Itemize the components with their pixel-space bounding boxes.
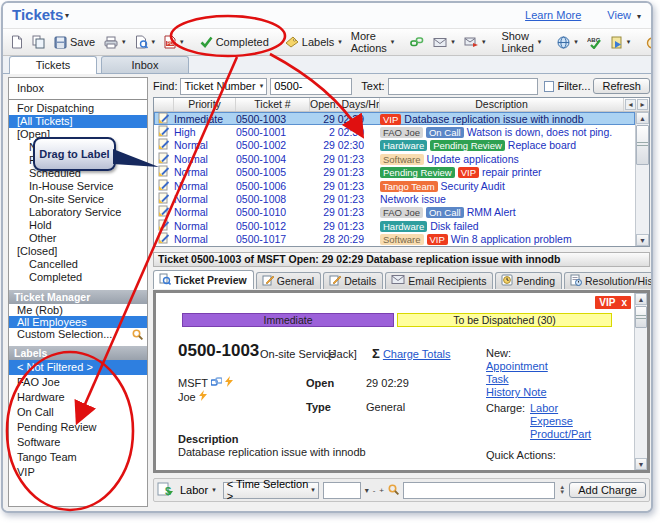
export-button[interactable]: ▾ (606, 34, 635, 51)
detail-tab-details[interactable]: Details (323, 272, 383, 289)
email-button[interactable]: ▾ (429, 35, 459, 50)
sidebar-item-in-house-service[interactable]: In-House Service (9, 180, 147, 193)
table-row[interactable]: Normal0500-100829 01:23Network issue (154, 192, 635, 205)
quantity-stepper[interactable]: ▲▼ (559, 485, 565, 495)
label-item-pending-review[interactable]: Pending Review (9, 420, 147, 435)
learn-more-link[interactable]: Learn More (525, 9, 581, 21)
column-header-ticket[interactable]: Ticket # (236, 98, 310, 111)
table-row[interactable]: Normal0500-101229 01:23HardwareDisk fail… (154, 219, 635, 232)
column-header-open-days-hrs[interactable]: Open: Days/Hrs (310, 98, 380, 111)
sidebar-item-custom-selection[interactable]: Custom Selection... (9, 328, 147, 340)
sidebar-item-hold[interactable]: Hold (9, 219, 147, 232)
label-item-hardware[interactable]: Hardware (9, 390, 147, 405)
copy-button[interactable] (28, 33, 49, 51)
table-row[interactable]: Normal0500-100629 01:23Tango TeamSecurit… (154, 179, 635, 192)
label-item-vip[interactable]: VIP (9, 465, 147, 480)
table-row[interactable]: Normal0500-100429 01:23SoftwareUpdate ap… (154, 152, 635, 165)
tab-inbox[interactable]: Inbox (101, 56, 189, 73)
find-number-input[interactable] (270, 78, 352, 95)
title-caret-icon[interactable]: ▾ (65, 11, 69, 20)
label-item-tango-team[interactable]: Tango Team (9, 450, 147, 465)
charge-labor-link[interactable]: Labor (530, 402, 591, 415)
new-ticket-button[interactable] (7, 33, 27, 51)
sidebar-item-completed[interactable]: Completed (9, 271, 147, 284)
show-linked-button[interactable]: Show Linked▾ (497, 28, 545, 56)
detail-tab-email-recipients[interactable]: Email Recipients (385, 272, 493, 289)
time-selection-dropdown[interactable]: < Time Selection >▾ (223, 482, 319, 499)
print-preview-button[interactable]: ▾ (131, 33, 160, 51)
sidebar-item-cancelled[interactable]: Cancelled (9, 258, 147, 271)
search-icon[interactable] (132, 329, 143, 342)
detail-tab-resolution-history[interactable]: Resolution/History (564, 272, 653, 289)
scrollbar-thumb[interactable] (636, 125, 649, 165)
lightning-icon[interactable] (225, 377, 233, 389)
view-menu[interactable]: View▾ (607, 9, 641, 21)
caret-icon[interactable]: ▾ (365, 486, 369, 495)
new-history-note-link[interactable]: History Note (486, 386, 548, 399)
new-task-link[interactable]: Task (486, 373, 548, 386)
account-link-icon[interactable] (211, 377, 222, 389)
scroll-down-button[interactable]: ▼ (636, 234, 649, 246)
sidebar-item-other[interactable]: Other (9, 232, 147, 245)
sidebar-item-closed[interactable]: [Closed] (9, 245, 147, 258)
search-icon[interactable] (388, 484, 399, 497)
detail-tab-general[interactable]: General (256, 272, 321, 289)
hours-input[interactable] (323, 482, 361, 499)
scroll-right-button[interactable]: ▸ (637, 99, 648, 110)
label-item-not-filtered[interactable]: < Not Filtered > (9, 360, 147, 375)
sidebar-item-me-rob[interactable]: Me (Rob) (9, 304, 147, 316)
sidebar-item-laboratory-service[interactable]: Laboratory Service (9, 206, 147, 219)
detail-tab-pending[interactable]: Pending (495, 272, 562, 289)
remove-label-button[interactable]: x (621, 297, 627, 308)
more-actions-button[interactable]: More Actions▾ (347, 28, 399, 56)
sidebar-item-all-tickets[interactable]: [All Tickets] (9, 115, 147, 128)
lightning-icon[interactable] (199, 391, 207, 403)
find-field-selector[interactable]: Ticket Number▾ (180, 78, 267, 95)
link-records-button[interactable] (406, 34, 428, 50)
spellcheck-button[interactable]: ABC (583, 34, 605, 51)
plus-stepper[interactable]: + (379, 486, 384, 495)
scroll-up-button[interactable]: ▲ (635, 293, 647, 305)
label-item-on-call[interactable]: On Call (9, 405, 147, 420)
table-row[interactable]: Normal0500-100229 02:30HardwarePending R… (154, 139, 635, 152)
refresh-button[interactable]: Refresh (593, 78, 650, 94)
scroll-left-button[interactable]: ◂ (625, 99, 636, 110)
table-row[interactable]: Normal0500-100529 01:23Pending ReviewVIP… (154, 166, 635, 179)
timer-button[interactable] (642, 34, 653, 51)
charge-links: LaborExpenseProduct/Part (530, 402, 591, 441)
scrollbar-thumb[interactable] (635, 306, 647, 328)
labels-button[interactable]: Labels▾ (281, 34, 346, 50)
sidebar-item-inbox[interactable]: Inbox (9, 81, 147, 96)
table-row[interactable]: Normal0500-101728 20:29SoftwareVIPWin 8 … (154, 233, 635, 246)
sidebar-item-on-site-service[interactable]: On-site Service (9, 193, 147, 206)
charge-expense-link[interactable]: Expense (530, 415, 591, 428)
add-charge-button[interactable]: Add Charge (569, 482, 646, 498)
sidebar-item-all-employees[interactable]: All Employees (9, 316, 147, 328)
email-out-button[interactable]: ▾ (460, 34, 490, 50)
charge-category-dropdown[interactable]: Labor▾ (177, 482, 219, 499)
filter-checkbox[interactable] (544, 81, 555, 92)
sidebar-item-for-dispatching[interactable]: For Dispatching (9, 102, 147, 115)
table-row[interactable]: High0500-10012 02:30FAO JoeOn CallWatson… (154, 125, 635, 138)
tab-tickets[interactable]: Tickets (9, 56, 97, 74)
charge-description-input[interactable] (403, 482, 555, 499)
scroll-up-button[interactable]: ▲ (636, 112, 649, 124)
print-button[interactable]: ▾ (100, 34, 130, 51)
scroll-down-button[interactable]: ▼ (635, 458, 647, 470)
web-button[interactable]: ▾ (553, 34, 582, 51)
completed-button[interactable]: Completed (196, 34, 273, 50)
column-header-priority[interactable]: Priority (174, 98, 236, 111)
charge-product-part-link[interactable]: Product/Part (530, 428, 591, 441)
column-header-description[interactable]: Description (380, 98, 624, 111)
pdf-button[interactable]: PDF▾ (160, 33, 188, 51)
find-text-input[interactable] (388, 78, 538, 95)
new-appointment-link[interactable]: Appointment (486, 360, 548, 373)
label-item-software[interactable]: Software (9, 435, 147, 450)
table-row[interactable]: Immediate0500-100329 02:29VIPDatabase re… (154, 112, 635, 125)
save-button[interactable]: Save (50, 34, 99, 51)
minus-stepper[interactable]: - (373, 486, 376, 495)
detail-tab-ticket-preview[interactable]: Ticket Preview (153, 270, 254, 289)
table-row[interactable]: Normal0500-101029 01:23FAO JoeOn CallRMM… (154, 206, 635, 219)
charge-totals-link[interactable]: Charge Totals (383, 348, 451, 360)
label-item-fao-joe[interactable]: FAO Joe (9, 375, 147, 390)
